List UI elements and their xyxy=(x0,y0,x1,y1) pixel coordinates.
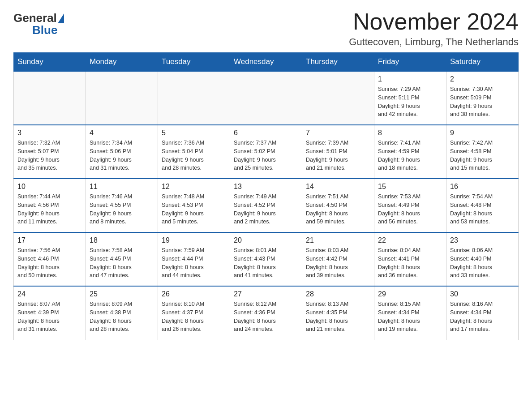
day-info: Sunrise: 8:06 AM Sunset: 4:40 PM Dayligh… xyxy=(450,246,515,280)
calendar-cell: 7Sunrise: 7:39 AM Sunset: 5:01 PM Daylig… xyxy=(302,125,374,179)
day-info: Sunrise: 7:32 AM Sunset: 5:07 PM Dayligh… xyxy=(17,139,82,172)
calendar-cell: 11Sunrise: 7:46 AM Sunset: 4:55 PM Dayli… xyxy=(86,179,158,232)
calendar-cell: 12Sunrise: 7:48 AM Sunset: 4:53 PM Dayli… xyxy=(158,179,230,232)
day-info: Sunrise: 7:56 AM Sunset: 4:46 PM Dayligh… xyxy=(17,246,82,280)
day-number: 7 xyxy=(306,129,370,137)
day-info: Sunrise: 8:15 AM Sunset: 4:34 PM Dayligh… xyxy=(378,300,442,334)
calendar-cell xyxy=(158,71,230,125)
day-number: 28 xyxy=(306,290,370,298)
weekday-header-friday: Friday xyxy=(374,53,446,72)
day-number: 14 xyxy=(306,183,370,191)
day-number: 25 xyxy=(90,290,154,298)
logo-triangle-icon xyxy=(58,13,64,23)
day-info: Sunrise: 8:16 AM Sunset: 4:34 PM Dayligh… xyxy=(450,300,515,334)
calendar-cell: 9Sunrise: 7:42 AM Sunset: 4:58 PM Daylig… xyxy=(446,125,519,179)
week-row-1: 1Sunrise: 7:29 AM Sunset: 5:11 PM Daylig… xyxy=(14,71,519,125)
day-number: 21 xyxy=(306,236,370,244)
calendar-cell: 13Sunrise: 7:49 AM Sunset: 4:52 PM Dayli… xyxy=(230,179,302,232)
day-info: Sunrise: 8:03 AM Sunset: 4:42 PM Dayligh… xyxy=(306,246,370,280)
weekday-header-thursday: Thursday xyxy=(302,53,374,72)
weekday-header-sunday: Sunday xyxy=(14,53,86,72)
calendar-cell: 3Sunrise: 7:32 AM Sunset: 5:07 PM Daylig… xyxy=(14,125,86,179)
calendar-cell: 23Sunrise: 8:06 AM Sunset: 4:40 PM Dayli… xyxy=(446,232,519,286)
calendar-cell xyxy=(302,71,374,125)
calendar-cell: 19Sunrise: 7:59 AM Sunset: 4:44 PM Dayli… xyxy=(158,232,230,286)
day-info: Sunrise: 7:37 AM Sunset: 5:02 PM Dayligh… xyxy=(234,139,298,172)
weekday-header-wednesday: Wednesday xyxy=(230,53,302,72)
calendar-cell: 21Sunrise: 8:03 AM Sunset: 4:42 PM Dayli… xyxy=(302,232,374,286)
day-number: 3 xyxy=(17,129,82,137)
day-number: 19 xyxy=(162,236,226,244)
logo-blue-text: Blue xyxy=(32,23,57,37)
day-info: Sunrise: 7:39 AM Sunset: 5:01 PM Dayligh… xyxy=(306,139,370,172)
weekday-header-tuesday: Tuesday xyxy=(158,53,230,72)
calendar-cell: 16Sunrise: 7:54 AM Sunset: 4:48 PM Dayli… xyxy=(446,179,519,232)
calendar-cell: 8Sunrise: 7:41 AM Sunset: 4:59 PM Daylig… xyxy=(374,125,446,179)
calendar-cell: 27Sunrise: 8:12 AM Sunset: 4:36 PM Dayli… xyxy=(230,286,302,340)
day-info: Sunrise: 7:53 AM Sunset: 4:49 PM Dayligh… xyxy=(378,193,442,226)
day-number: 2 xyxy=(450,75,515,83)
day-number: 17 xyxy=(17,236,82,244)
calendar-cell: 26Sunrise: 8:10 AM Sunset: 4:37 PM Dayli… xyxy=(158,286,230,340)
day-number: 12 xyxy=(162,183,226,191)
day-info: Sunrise: 8:10 AM Sunset: 4:37 PM Dayligh… xyxy=(162,300,226,334)
day-number: 16 xyxy=(450,183,515,191)
day-number: 15 xyxy=(378,183,442,191)
title-block: November 2024 Guttecoven, Limburg, The N… xyxy=(349,9,519,48)
day-info: Sunrise: 8:13 AM Sunset: 4:35 PM Dayligh… xyxy=(306,300,370,334)
day-info: Sunrise: 7:46 AM Sunset: 4:55 PM Dayligh… xyxy=(90,193,154,226)
calendar-cell: 17Sunrise: 7:56 AM Sunset: 4:46 PM Dayli… xyxy=(14,232,86,286)
location-title: Guttecoven, Limburg, The Netherlands xyxy=(349,36,519,48)
day-info: Sunrise: 7:42 AM Sunset: 4:58 PM Dayligh… xyxy=(450,139,515,172)
calendar-cell xyxy=(230,71,302,125)
day-info: Sunrise: 7:58 AM Sunset: 4:45 PM Dayligh… xyxy=(90,246,154,280)
day-number: 11 xyxy=(90,183,154,191)
day-number: 27 xyxy=(234,290,298,298)
calendar-cell: 22Sunrise: 8:04 AM Sunset: 4:41 PM Dayli… xyxy=(374,232,446,286)
calendar-cell: 14Sunrise: 7:51 AM Sunset: 4:50 PM Dayli… xyxy=(302,179,374,232)
page-header: General Blue November 2024 Guttecoven, L… xyxy=(13,9,519,48)
calendar-cell: 30Sunrise: 8:16 AM Sunset: 4:34 PM Dayli… xyxy=(446,286,519,340)
calendar-table: SundayMondayTuesdayWednesdayThursdayFrid… xyxy=(13,52,519,340)
calendar-cell: 2Sunrise: 7:30 AM Sunset: 5:09 PM Daylig… xyxy=(446,71,519,125)
week-row-3: 10Sunrise: 7:44 AM Sunset: 4:56 PM Dayli… xyxy=(14,179,519,232)
month-title: November 2024 xyxy=(349,9,519,34)
day-number: 9 xyxy=(450,129,515,137)
day-number: 26 xyxy=(162,290,226,298)
day-number: 6 xyxy=(234,129,298,137)
calendar-cell: 6Sunrise: 7:37 AM Sunset: 5:02 PM Daylig… xyxy=(230,125,302,179)
day-number: 4 xyxy=(90,129,154,137)
day-info: Sunrise: 7:30 AM Sunset: 5:09 PM Dayligh… xyxy=(450,85,515,119)
calendar-cell: 5Sunrise: 7:36 AM Sunset: 5:04 PM Daylig… xyxy=(158,125,230,179)
calendar-cell: 1Sunrise: 7:29 AM Sunset: 5:11 PM Daylig… xyxy=(374,71,446,125)
day-number: 18 xyxy=(90,236,154,244)
calendar-cell: 25Sunrise: 8:09 AM Sunset: 4:38 PM Dayli… xyxy=(86,286,158,340)
day-info: Sunrise: 8:12 AM Sunset: 4:36 PM Dayligh… xyxy=(234,300,298,334)
calendar-cell xyxy=(86,71,158,125)
day-number: 10 xyxy=(17,183,82,191)
calendar-cell xyxy=(14,71,86,125)
day-number: 13 xyxy=(234,183,298,191)
calendar-cell: 28Sunrise: 8:13 AM Sunset: 4:35 PM Dayli… xyxy=(302,286,374,340)
day-info: Sunrise: 7:49 AM Sunset: 4:52 PM Dayligh… xyxy=(234,193,298,226)
day-info: Sunrise: 8:09 AM Sunset: 4:38 PM Dayligh… xyxy=(90,300,154,334)
weekday-header-saturday: Saturday xyxy=(446,53,519,72)
calendar-cell: 29Sunrise: 8:15 AM Sunset: 4:34 PM Dayli… xyxy=(374,286,446,340)
week-row-2: 3Sunrise: 7:32 AM Sunset: 5:07 PM Daylig… xyxy=(14,125,519,179)
day-info: Sunrise: 7:48 AM Sunset: 4:53 PM Dayligh… xyxy=(162,193,226,226)
day-number: 30 xyxy=(450,290,515,298)
day-info: Sunrise: 7:59 AM Sunset: 4:44 PM Dayligh… xyxy=(162,246,226,280)
day-info: Sunrise: 7:29 AM Sunset: 5:11 PM Dayligh… xyxy=(378,85,442,119)
week-row-4: 17Sunrise: 7:56 AM Sunset: 4:46 PM Dayli… xyxy=(14,232,519,286)
day-info: Sunrise: 7:51 AM Sunset: 4:50 PM Dayligh… xyxy=(306,193,370,226)
weekday-header-monday: Monday xyxy=(86,53,158,72)
weekday-header-row: SundayMondayTuesdayWednesdayThursdayFrid… xyxy=(14,53,519,72)
day-info: Sunrise: 8:01 AM Sunset: 4:43 PM Dayligh… xyxy=(234,246,298,280)
calendar-cell: 15Sunrise: 7:53 AM Sunset: 4:49 PM Dayli… xyxy=(374,179,446,232)
day-info: Sunrise: 7:34 AM Sunset: 5:06 PM Dayligh… xyxy=(90,139,154,172)
calendar-cell: 18Sunrise: 7:58 AM Sunset: 4:45 PM Dayli… xyxy=(86,232,158,286)
day-number: 8 xyxy=(378,129,442,137)
calendar-cell: 4Sunrise: 7:34 AM Sunset: 5:06 PM Daylig… xyxy=(86,125,158,179)
day-info: Sunrise: 8:07 AM Sunset: 4:39 PM Dayligh… xyxy=(17,300,82,334)
day-info: Sunrise: 7:41 AM Sunset: 4:59 PM Dayligh… xyxy=(378,139,442,172)
